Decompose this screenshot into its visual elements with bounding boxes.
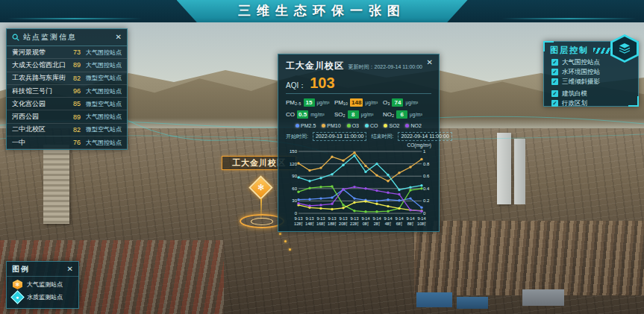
checkbox-checked-icon[interactable]: ✓	[551, 90, 558, 97]
station-aqi-value: 82	[66, 126, 81, 134]
station-aqi-value: 89	[66, 113, 81, 121]
pollutant-value-badge: 0.5	[297, 110, 308, 119]
svg-text:9-14: 9-14	[406, 216, 414, 221]
chart-legend: PM2.5 PM10 O3 CO SO2 NO2	[286, 123, 431, 128]
end-time-input[interactable]: 2022-09-14 11:00:00	[398, 132, 451, 141]
chart-legend-item[interactable]: SO2	[384, 123, 399, 128]
layer-label: 建筑白模	[562, 90, 587, 98]
pollutant-unit: μg/m³	[365, 100, 378, 105]
pollutant-value-badge: 15	[304, 98, 315, 107]
legend-dot	[365, 124, 369, 128]
layer-toggle-item[interactable]: ✓ 行政区划	[544, 98, 638, 108]
pollutant-grid: PM₂.₅ 15 μg/m³ PM₁₀ 148 μg/m³ O₃ 74 μg/m…	[286, 98, 431, 119]
chart-legend-item[interactable]: CO	[365, 123, 378, 128]
svg-text:90: 90	[292, 174, 297, 178]
station-row[interactable]: 河西公园 89 大气国控站点	[7, 110, 127, 123]
station-row[interactable]: 一中 76 大气国控站点	[7, 136, 127, 149]
chart-legend-item[interactable]: NO2	[405, 123, 421, 128]
checkbox-checked-icon[interactable]: ✓	[551, 100, 558, 107]
close-icon[interactable]: ✕	[116, 34, 122, 41]
close-icon[interactable]: ✕	[427, 59, 433, 66]
station-type: 大气国控站点	[86, 113, 122, 121]
layer-list: ✓ 大气国控站点 ✓ 水环境国控站 ✓ 三维倾斜摄影 ✓ 建筑白模 ✓ 行政区划	[544, 57, 638, 108]
app-header: 三维生态环保一张图	[0, 0, 644, 22]
station-row[interactable]: 二中北校区 82 微型空气站点	[7, 124, 127, 136]
layer-label: 行政区划	[562, 99, 587, 108]
update-time-value: 2022-09-14 11:00:00	[375, 64, 422, 69]
station-row[interactable]: 文化宫公园 85 微型空气站点	[7, 98, 127, 110]
layer-toggle-item[interactable]: ✓ 建筑白模	[544, 89, 638, 98]
svg-text:9-14: 9-14	[361, 216, 369, 221]
map-legend-item[interactable]: ● 水质监测站点	[7, 289, 78, 302]
legend-title: 图例	[12, 264, 30, 274]
svg-text:16时: 16时	[316, 222, 325, 226]
station-aqi-value: 73	[66, 48, 81, 56]
marker-trail-dot	[289, 248, 291, 251]
pollutant-name: PM₁₀	[334, 99, 348, 106]
map-legend-item[interactable]: ✻ 大气监测站点	[7, 277, 78, 289]
chart-legend-item[interactable]: PM2.5	[296, 123, 316, 128]
checkbox-checked-icon[interactable]: ✓	[551, 78, 558, 85]
station-row[interactable]: 科技馆三号门 96 大气国控站点	[7, 85, 127, 98]
page-title: 三维生态环保一张图	[0, 0, 644, 22]
chart-legend-item[interactable]: O3	[347, 123, 359, 128]
legend-label: SO2	[389, 123, 399, 128]
pollutant-cell: PM₁₀ 148 μg/m³	[334, 98, 383, 107]
legend-label: CO	[370, 123, 378, 128]
svg-text:9-13: 9-13	[316, 216, 325, 221]
layer-label: 三维倾斜摄影	[562, 78, 600, 87]
svg-text:9-13: 9-13	[328, 216, 336, 221]
svg-text:9-14: 9-14	[417, 216, 425, 221]
svg-text:9-13: 9-13	[350, 216, 358, 221]
station-row[interactable]: 大成天公馆西北口 89 大气国控站点	[7, 59, 127, 72]
legend-dot	[322, 124, 325, 128]
station-row[interactable]: 工农兵路与东库街口 82 微型空气站点	[7, 72, 127, 85]
chart-legend-item[interactable]: PM10	[322, 123, 340, 128]
legend-label: O3	[352, 123, 359, 128]
marker-ground-ring-inner	[251, 218, 273, 225]
svg-text:10时: 10时	[417, 222, 426, 226]
layer-toggle-item[interactable]: ✓ 水环境国控站	[544, 67, 638, 77]
station-name: 河西公园	[12, 112, 66, 122]
svg-text:9-14: 9-14	[395, 216, 403, 221]
marker-trail-dot	[279, 233, 281, 235]
checkbox-checked-icon[interactable]: ✓	[551, 59, 558, 66]
svg-text:0.8: 0.8	[423, 162, 430, 166]
update-time: 更新时间：2022-09-14 11:00:00	[348, 63, 431, 71]
pollutant-name: PM₂.₅	[286, 99, 301, 106]
building-block	[457, 297, 488, 309]
legend-marker-icon: ●	[10, 290, 24, 304]
legend-item-label: 水质监测站点	[27, 293, 63, 301]
pollutant-cell: O₃ 74 μg/m³	[383, 98, 431, 107]
pollutant-cell: NO₂ 6 μg/m³	[383, 110, 431, 119]
pollutant-value-badge: 8	[348, 110, 359, 119]
station-name: 文化宫公园	[12, 99, 66, 109]
start-time-input[interactable]: 2022-09-13 11:00:00	[313, 132, 366, 141]
building-block	[514, 139, 525, 204]
close-icon[interactable]: ✕	[67, 266, 73, 273]
pollutant-cell: SO₂ 8 μg/m³	[334, 110, 383, 119]
layer-label: 大气国控站点	[562, 58, 600, 67]
svg-text:0: 0	[423, 211, 426, 216]
building-block	[416, 292, 452, 307]
legend-dot	[347, 124, 351, 128]
search-icon[interactable]	[12, 34, 19, 41]
aqi-label: AQI：	[286, 81, 306, 91]
svg-text:9-14: 9-14	[384, 216, 392, 221]
checkbox-checked-icon[interactable]: ✓	[551, 69, 558, 75]
station-name: 二中北校区	[12, 125, 66, 134]
legend-list: ✻ 大气监测站点 ● 水质监测站点	[7, 277, 78, 302]
legend-dot	[384, 124, 387, 128]
svg-text:120: 120	[290, 162, 298, 166]
layer-toggle-item[interactable]: ✓ 三维倾斜摄影	[544, 77, 638, 87]
station-type: 微型空气站点	[86, 125, 122, 134]
svg-text:9-13: 9-13	[294, 216, 302, 221]
svg-text:2时: 2时	[374, 222, 381, 226]
svg-text:9-14: 9-14	[372, 216, 381, 221]
station-name: 工农兵路与东库街口	[12, 73, 66, 83]
station-name: 大成天公馆西北口	[12, 60, 66, 70]
station-panel-header: 站点监测信息 ✕	[7, 29, 127, 46]
station-row[interactable]: 黄河景观带 73 大气国控站点	[7, 46, 127, 59]
pollutant-name: O₃	[383, 99, 390, 106]
station-aqi-value: 82	[66, 75, 81, 82]
